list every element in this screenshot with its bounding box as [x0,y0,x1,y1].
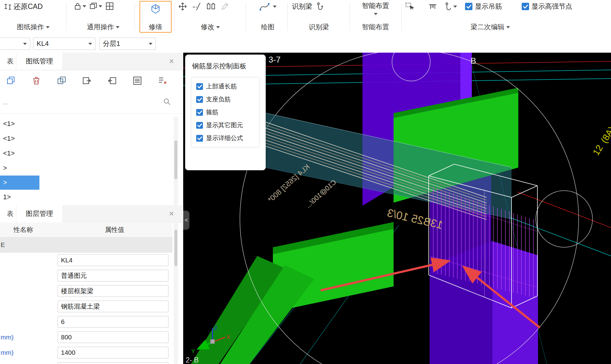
col-header-value: 属性值 [57,225,172,234]
identify-beam-top-label[interactable]: 识别梁 [292,2,312,11]
modify-menu[interactable]: 修改 [178,22,243,32]
prop-value-name[interactable] [58,254,168,266]
restore-cad-button[interactable]: 还原CAD [4,2,43,11]
checkbox-checked-icon[interactable] [196,83,203,90]
checkbox-checked-icon[interactable] [196,96,203,103]
tree-item[interactable]: <1> [0,146,172,161]
grid-icon [105,2,114,10]
checkbox-checked-icon[interactable] [196,122,203,129]
checkbox-checked-icon[interactable] [522,3,529,10]
prop-value-material[interactable] [58,301,168,312]
beam-name-combo[interactable]: KL4 [33,38,95,50]
close-icon[interactable]: × [169,53,174,70]
clear-list-button[interactable] [155,73,170,88]
tree-item[interactable]: <1> [0,116,172,131]
toggle-show-other-elements[interactable]: 显示其它图元 [196,121,260,129]
chevron-down-icon [149,43,152,45]
tree-item[interactable]: > [0,161,172,176]
delete-sheet-button[interactable] [29,73,44,88]
lock-button[interactable] [74,2,86,10]
beam-secondary-edit-menu[interactable]: 梁二次编辑 [450,22,530,32]
import-icon [107,76,117,85]
prop-value-width[interactable] [58,331,168,343]
move-icon[interactable] [178,2,187,11]
import-sheet-button[interactable] [105,73,119,88]
draw-menu[interactable]: 绘图 [250,22,285,32]
search-input[interactable]: ... [0,98,163,106]
chevron-down-icon[interactable] [374,13,378,15]
prop-value-count[interactable] [58,316,168,328]
prop-value-partial[interactable] [58,362,168,364]
divider [135,3,135,31]
chevron-down-icon [273,6,277,8]
layer-combo[interactable]: 分层1 [99,38,156,50]
property-row [0,268,172,283]
tab-sheet-management[interactable]: 图纸管理 [16,53,63,70]
tree-scrollbar[interactable] [174,116,178,205]
node-hook-icon [444,2,452,11]
toggle-top-through-rebar[interactable]: 上部通长筋 [196,82,260,91]
tab-layer-management[interactable]: 图层管理 [16,205,63,222]
prop-value-type[interactable] [58,285,168,297]
tree-item[interactable]: 1> [0,190,172,204]
node-hook-button[interactable] [444,2,457,11]
export-sheet-button[interactable] [79,73,94,88]
smart-layout-menu[interactable]: 智能布置 [352,22,399,32]
sheet-search-row[interactable]: ... [0,91,183,114]
prop-value-category[interactable] [58,270,168,281]
hook-icon[interactable] [315,2,324,11]
property-group-row: E [0,237,172,253]
cascade-windows-button[interactable] [89,2,102,10]
hanging-rebar-button[interactable] [428,2,437,11]
general-ops-menu[interactable]: 通用操作 [74,22,132,32]
copy-icon [6,76,16,85]
rebar-display-control-panel: 钢筋显示控制面板 上部通长筋 支座负筋 箍筋 显示其它图元 [185,55,266,170]
show-high-strength-node-toggle[interactable]: 显示高强节点 [522,2,572,11]
checkbox-checked-icon[interactable] [196,109,203,116]
pick-selector-button[interactable] [405,2,415,11]
checkbox-checked-icon[interactable] [196,135,203,142]
toggle-show-detailed-formula[interactable]: 显示详细公式 [196,134,260,142]
trim-icon[interactable] [192,2,201,11]
ribbon-group-draw: 绘图 [250,0,285,34]
identify-beam-menu[interactable]: 识别梁 [292,22,346,32]
search-icon[interactable] [163,98,171,107]
property-scrollbar[interactable] [174,222,178,364]
scrollbar-thumb[interactable] [174,230,177,266]
cube-icon[interactable] [150,4,161,14]
list-remove-icon [158,76,167,85]
prop-value-height[interactable] [58,347,168,358]
ribbon-group-modify: 修改 [178,0,243,34]
tab-list-cut[interactable]: 表 [0,205,16,222]
grid-label-3-7: 3-7 [269,55,281,64]
duplicate-sheet-button[interactable] [54,73,69,88]
panel-checkbox-group: 上部通长筋 支座负筋 箍筋 显示其它图元 显示详细公式 [191,77,260,148]
toggle-stirrups[interactable]: 箍筋 [196,108,260,116]
divider [246,3,246,31]
ribbon-group-repair: 修缮 [140,0,172,34]
drawing-ops-menu[interactable]: 图纸操作 [2,22,64,32]
corner-grid-label: 2- B [186,356,199,364]
close-icon[interactable]: × [169,205,174,222]
tab-list-cut[interactable]: 表 [0,53,16,70]
repair-button[interactable]: 修缮 [140,22,172,32]
toggle-support-negative-rebar[interactable]: 支座负筋 [196,95,260,103]
grid-view-button[interactable] [105,2,114,10]
element-type-combo[interactable] [0,38,30,50]
sheet-list-button[interactable] [130,73,145,88]
scrollbar-thumb[interactable] [174,140,177,179]
smart-layout-top-label[interactable]: 智能布置 [362,1,389,10]
spline-icon[interactable] [259,2,270,11]
tree-item[interactable]: <1> [0,131,172,146]
align-columns-icon[interactable] [206,2,216,11]
property-row [0,314,172,330]
copy-sheet-button[interactable] [4,73,18,88]
tree-item-selected[interactable]: > [0,176,39,190]
model-viewport[interactable]: 3-7 B KL4 [2652] 800* C10@100/... [183,53,611,364]
chevron-down-icon [453,6,457,8]
checkbox-checked-icon[interactable] [465,3,472,10]
chevron-down-icon [99,5,102,7]
property-grid-header: 性名称 属性值 [0,222,172,237]
show-hanging-rebar-toggle[interactable]: 显示吊筋 [465,2,502,11]
panel-collapse-handle[interactable]: < [183,211,189,230]
